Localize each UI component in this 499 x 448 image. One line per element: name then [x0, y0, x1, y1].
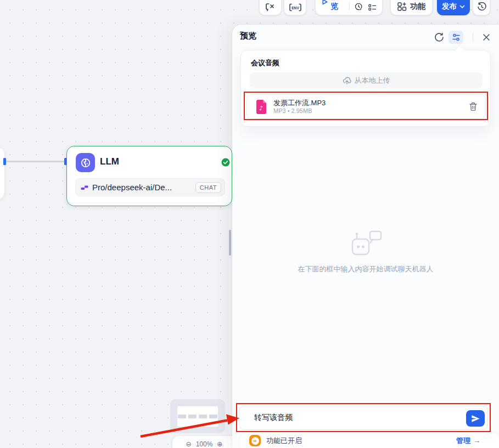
toolbar-divider — [349, 2, 350, 10]
panel-header-divider — [473, 33, 473, 41]
sliders-icon — [452, 33, 461, 42]
zoom-out-icon[interactable]: ⊖ — [186, 440, 192, 448]
model-provider-icon — [81, 184, 88, 191]
zoom-in-icon[interactable]: ⊕ — [217, 440, 222, 448]
upstream-node-partial[interactable] — [0, 147, 4, 200]
chatbot-empty-icon — [348, 230, 383, 259]
conversation-settings-button[interactable] — [448, 31, 463, 44]
manage-features-link[interactable]: 管理 → — [456, 436, 480, 446]
env-icon: ENV — [289, 3, 301, 12]
panel-title: 预览 — [240, 31, 256, 41]
zoom-level-label: 100% — [196, 440, 213, 448]
minimap-node-dash — [199, 415, 207, 418]
publish-button[interactable]: 发布 — [437, 0, 470, 15]
chat-input-box — [239, 406, 488, 430]
history-icon — [477, 2, 486, 12]
variable-inspect-button[interactable] — [259, 0, 282, 15]
chat-empty-state: 在下面的框中输入内容开始调试聊天机器人 — [232, 230, 499, 274]
preview-run-label: 预览 — [331, 0, 345, 12]
send-message-button[interactable] — [466, 410, 485, 427]
model-mode-badge: CHAT — [195, 182, 221, 193]
features-button[interactable]: 功能 — [390, 0, 433, 15]
upload-local-button[interactable]: 从本地上传 — [250, 72, 483, 88]
popover-notch — [455, 44, 466, 55]
minimap-node-dash — [188, 415, 197, 418]
cloud-upload-icon — [343, 77, 351, 84]
preview-run-button[interactable]: 预览 — [322, 0, 344, 12]
manage-label: 管理 — [456, 436, 470, 446]
llm-node[interactable]: LLM Pro/deepseek-ai/De... CHAT — [66, 146, 232, 206]
refresh-icon — [434, 32, 444, 42]
quote-glyph: “ — [251, 437, 259, 445]
arrow-right-icon: → — [473, 436, 480, 445]
llm-node-title: LLM — [100, 156, 119, 167]
minimap-node-dash — [178, 415, 186, 418]
edge-source-handle[interactable] — [3, 158, 6, 165]
panel-scrollbar-thumb[interactable] — [229, 230, 231, 256]
uploaded-file-card[interactable]: ♪ 发票工作流.MP3 MP3 • 2.95MB — [246, 94, 486, 119]
feature-status-bar: “ 功能已开启 管理 → — [240, 433, 499, 448]
canvas-zoom-control[interactable]: ⊖ 100% ⊕ — [172, 436, 236, 448]
conversation-settings-popover: 会议音频 从本地上传 ♪ 发票工作流.MP3 MP3 • 2.95MB — [240, 50, 491, 127]
preview-panel: 预览 会议音频 从本地上传 — [232, 25, 499, 448]
restart-conversation-button[interactable] — [433, 31, 445, 43]
features-enabled-icon: “ — [249, 435, 261, 446]
features-grid-icon — [397, 2, 407, 11]
run-history-icon[interactable] — [355, 2, 363, 12]
llm-node-icon — [76, 153, 95, 172]
env-label: ENV — [291, 6, 299, 10]
node-connector-edge — [5, 161, 66, 162]
brain-icon — [80, 157, 92, 169]
chat-message-input[interactable] — [239, 406, 487, 429]
env-variables-button[interactable]: ENV — [284, 0, 306, 15]
model-name-label: Pro/deepseek-ai/De... — [92, 183, 192, 192]
version-history-button[interactable] — [473, 0, 490, 15]
llm-model-selector[interactable]: Pro/deepseek-ai/De... CHAT — [75, 178, 225, 196]
close-panel-button[interactable] — [480, 31, 492, 43]
audio-field-label: 会议音频 — [251, 58, 279, 68]
chat-empty-hint: 在下面的框中输入内容开始调试聊天机器人 — [298, 264, 434, 274]
minimap-node-dash — [209, 415, 217, 418]
minimap-viewport — [177, 406, 218, 427]
features-enabled-label: 功能已开启 — [266, 436, 451, 446]
upload-local-label: 从本地上传 — [355, 76, 390, 86]
close-icon — [483, 33, 490, 41]
node-success-check-icon — [221, 158, 230, 169]
file-name: 发票工作流.MP3 — [273, 99, 463, 107]
variable-icon — [265, 3, 276, 12]
publish-label: 发布 — [442, 2, 457, 12]
chevron-down-icon — [459, 5, 465, 9]
music-note-glyph: ♪ — [259, 105, 263, 112]
play-icon — [322, 0, 328, 5]
audio-file-icon: ♪ — [255, 100, 268, 114]
canvas-minimap[interactable] — [170, 399, 225, 433]
send-icon — [471, 415, 480, 423]
checklist-icon[interactable] — [368, 3, 376, 12]
file-meta: MP3 • 2.95MB — [273, 107, 463, 115]
features-label: 功能 — [410, 2, 425, 12]
delete-file-icon[interactable] — [469, 102, 478, 111]
run-toolbar-group: 预览 — [315, 0, 383, 15]
